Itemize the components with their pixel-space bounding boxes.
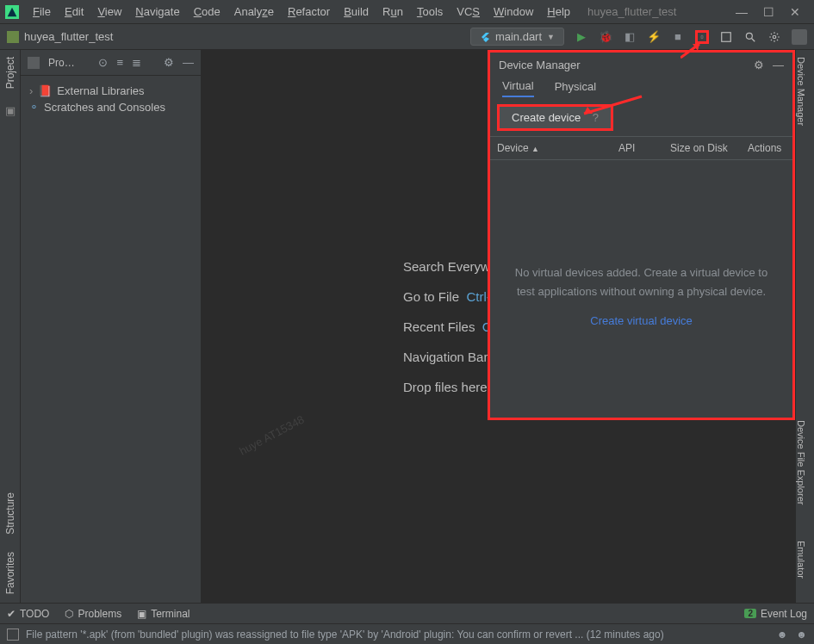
scratches-label: Scratches and Consoles (44, 101, 165, 114)
status-bar: File pattern '*.apk' (from 'bundled' plu… (0, 623, 814, 644)
project-panel-title[interactable]: Pro… (48, 57, 90, 69)
project-view-icon (28, 57, 40, 69)
project-tool-button[interactable]: Project (4, 57, 16, 89)
menu-run[interactable]: Run (376, 5, 410, 18)
debug-icon[interactable]: 🐞 (599, 30, 612, 44)
annotation-arrow (577, 95, 646, 121)
avd-icon[interactable] (719, 30, 733, 44)
tree-external-libraries[interactable]: › 📕 External Libraries (29, 83, 192, 99)
svg-rect-7 (28, 57, 40, 69)
check-icon: ✔ (7, 608, 16, 620)
empty-text: No virtual devices added. Create a virtu… (515, 266, 767, 298)
tab-physical[interactable]: Physical (555, 80, 596, 96)
terminal-tool-button[interactable]: ▣Terminal (137, 608, 190, 620)
menu-edit[interactable]: Edit (58, 5, 90, 18)
select-opened-icon[interactable]: ⊙ (98, 56, 108, 69)
goto-file-label: Go to File (403, 289, 459, 304)
recent-files-label: Recent Files (403, 319, 475, 334)
right-tool-rail: Device Manager Device File Explorer Emul… (795, 50, 814, 603)
run-config-label: main.dart (495, 30, 542, 43)
problems-tool-button[interactable]: ⬡Problems (65, 608, 121, 620)
column-device[interactable]: Device ▲ (490, 137, 612, 159)
menu-window[interactable]: Window (487, 5, 540, 18)
tool-window-quick-access-icon[interactable] (7, 629, 19, 641)
column-actions[interactable]: Actions (741, 137, 792, 159)
svg-line-10 (584, 96, 642, 114)
hide-panel-icon[interactable]: — (773, 59, 784, 71)
todo-tool-button[interactable]: ✔TODO (7, 608, 49, 620)
column-api[interactable]: API (612, 137, 663, 159)
svg-point-4 (746, 33, 752, 39)
collapse-all-icon[interactable]: ≣ (132, 56, 141, 69)
svg-point-6 (773, 35, 776, 39)
device-file-explorer-tool-button[interactable]: Device File Explorer (796, 420, 806, 505)
emulator-tool-button[interactable]: Emulator (796, 541, 806, 579)
device-table-header: Device ▲ API Size on Disk Actions (490, 136, 792, 160)
search-icon[interactable] (743, 30, 757, 44)
run-icon[interactable]: ▶ (575, 30, 588, 44)
svg-line-5 (752, 38, 755, 41)
hide-panel-icon[interactable]: — (183, 56, 194, 69)
android-studio-icon (5, 5, 19, 19)
left-tool-rail: Project ▣ Structure Favorites (0, 50, 21, 603)
folder-icon[interactable]: ▣ (5, 104, 16, 117)
watermark: huye AT15348 (237, 412, 306, 457)
column-size[interactable]: Size on Disk (663, 137, 741, 159)
maximize-icon[interactable]: ☐ (763, 5, 774, 19)
tab-virtual[interactable]: Virtual (502, 79, 534, 97)
window-title: huyea_flutter_test (577, 5, 687, 18)
scratch-icon: ⚬ (29, 101, 39, 114)
menu-vcs[interactable]: VCS (450, 5, 487, 18)
library-icon: 📕 (38, 84, 52, 97)
menu-view[interactable]: View (90, 5, 128, 18)
menu-navigate[interactable]: Navigate (128, 5, 186, 18)
close-icon[interactable]: ✕ (790, 5, 800, 19)
status-message: File pattern '*.apk' (from 'bundled' plu… (26, 629, 664, 641)
warning-icon: ⬡ (65, 608, 73, 620)
sort-asc-icon: ▲ (531, 145, 539, 153)
structure-tool-button[interactable]: Structure (4, 492, 16, 535)
bottom-tool-strip: ✔TODO ⬡Problems ▣Terminal 2Event Log (0, 603, 814, 623)
menu-build[interactable]: Build (337, 5, 376, 18)
chevron-right-icon: › (29, 84, 33, 97)
tree-scratches[interactable]: ⚬ Scratches and Consoles (29, 99, 192, 115)
settings-icon[interactable] (767, 30, 781, 44)
create-device-label: Create device (512, 111, 581, 124)
favorites-tool-button[interactable]: Favorites (4, 552, 16, 594)
project-folder-icon (7, 31, 19, 43)
flutter-icon (480, 32, 490, 42)
profiler-status-icon[interactable]: ☻ (796, 629, 807, 641)
terminal-icon: ▣ (137, 608, 146, 620)
device-manager-tool-button[interactable]: Device Manager (796, 57, 806, 126)
svg-rect-3 (722, 32, 731, 41)
empty-device-state: No virtual devices added. Create a virtu… (490, 160, 792, 331)
event-log-button[interactable]: 2Event Log (744, 608, 807, 620)
profile-icon[interactable]: ⚡ (647, 30, 661, 44)
create-virtual-device-link[interactable]: Create virtual device (507, 312, 775, 331)
menu-bar: File Edit View Navigate Code Analyze Ref… (0, 0, 814, 24)
event-count-badge: 2 (744, 609, 756, 618)
menu-file[interactable]: File (26, 5, 58, 18)
device-manager-title: Device Manager (499, 59, 745, 71)
coverage-icon[interactable]: ◧ (623, 30, 637, 44)
breadcrumb[interactable]: huyea_flutter_test (24, 30, 113, 43)
run-configuration-selector[interactable]: main.dart ▼ (470, 28, 564, 46)
external-libraries-label: External Libraries (57, 84, 144, 97)
menu-tools[interactable]: Tools (410, 5, 450, 18)
menu-analyze[interactable]: Analyze (227, 5, 281, 18)
menu-help[interactable]: Help (540, 5, 577, 18)
annotation-arrow (680, 40, 706, 61)
expand-all-icon[interactable]: ≡ (116, 56, 123, 69)
avatar-icon[interactable] (792, 29, 807, 45)
minimize-icon[interactable]: — (736, 5, 748, 19)
menu-code[interactable]: Code (187, 5, 227, 18)
panel-settings-icon[interactable]: ⚙ (754, 59, 764, 71)
panel-settings-icon[interactable]: ⚙ (164, 56, 174, 69)
project-panel: Pro… ⊙ ≡ ≣ ⚙ — › 📕 External Libraries ⚬ … (21, 50, 202, 603)
menu-refactor[interactable]: Refactor (281, 5, 337, 18)
ide-status-icon[interactable]: ☻ (777, 629, 788, 641)
chevron-down-icon: ▼ (547, 33, 555, 41)
nav-bar-label: Navigation Bar (403, 350, 488, 364)
